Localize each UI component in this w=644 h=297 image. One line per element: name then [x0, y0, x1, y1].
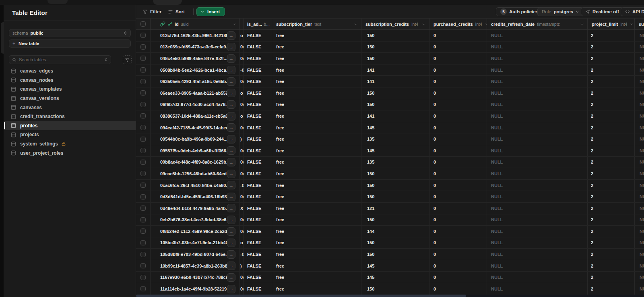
cell-subscription-credits[interactable]: 150	[361, 99, 429, 110]
cell-collapsed-column[interactable]: 0c	[240, 53, 244, 64]
horizontal-scrollbar[interactable]	[136, 295, 644, 297]
cell-project-limit[interactable]: 2	[588, 76, 635, 87]
role-select[interactable]: Role postgres	[537, 7, 584, 16]
expand-row-button[interactable]: →	[227, 181, 235, 189]
cell-credits-refresh-date[interactable]: NULL	[487, 272, 588, 283]
cell-purchased-credits[interactable]: 0	[429, 226, 487, 237]
cell-project-limit[interactable]: 2	[588, 157, 635, 168]
row-select-cell[interactable]	[136, 87, 151, 99]
cell-credits-refresh-date[interactable]: NULL	[487, 237, 588, 249]
cell-project-limit[interactable]: 2	[588, 191, 635, 202]
column-header-cutoff[interactable]: su	[635, 19, 644, 29]
cell-subscription-tier[interactable]: free	[272, 260, 361, 272]
cell-purchased-credits[interactable]: 0	[429, 168, 487, 179]
cell-subscription-credits[interactable]: 150	[361, 168, 429, 179]
select-all-checkbox[interactable]	[140, 21, 146, 27]
cell-project-limit[interactable]: 2	[588, 87, 635, 99]
cell-collapsed-column[interactable]: o	[240, 110, 244, 122]
cell-collapsed-column[interactable]: 0c	[240, 168, 244, 179]
cell-cutoff-column[interactable]: NULL	[635, 76, 644, 87]
cell-project-limit[interactable]: 2	[588, 133, 635, 145]
cell-id[interactable]: 094caf42-7185-4e45-99f3-14abee...→	[151, 122, 240, 133]
cell-is-admin[interactable]: FALSE	[244, 53, 272, 64]
cell-subscription-tier[interactable]: free	[272, 191, 361, 202]
cell-subscription-credits[interactable]: 141	[361, 76, 429, 87]
api-docs-button[interactable]: API Do	[621, 7, 644, 16]
search-tables-input[interactable]	[19, 57, 101, 62]
cell-subscription-credits[interactable]: 145	[361, 122, 429, 133]
cell-subscription-tier[interactable]: free	[272, 214, 361, 226]
cell-cutoff-column[interactable]: NULL	[635, 133, 644, 145]
row-select-cell[interactable]	[136, 272, 151, 283]
cell-subscription-credits[interactable]: 150	[361, 30, 429, 41]
cell-subscription-tier[interactable]: free	[272, 226, 361, 237]
cell-purchased-credits[interactable]: 0	[429, 214, 487, 226]
cell-purchased-credits[interactable]: 0	[429, 260, 487, 272]
cell-purchased-credits[interactable]: 0	[429, 30, 487, 41]
cell-credits-refresh-date[interactable]: NULL	[487, 226, 588, 237]
cell-is-admin[interactable]: FALSE	[244, 99, 272, 110]
row-select-cell[interactable]	[136, 122, 151, 133]
cell-collapsed-column[interactable]: 0c	[240, 272, 244, 283]
row-select-cell[interactable]	[136, 76, 151, 87]
expand-row-button[interactable]: →	[227, 204, 235, 212]
expand-row-button[interactable]: →	[227, 43, 235, 51]
row-select-cell[interactable]	[136, 203, 151, 214]
cell-is-admin[interactable]: FALSE	[244, 260, 272, 272]
cell-cutoff-column[interactable]: NULL	[635, 42, 644, 53]
new-table-button[interactable]: + New table	[9, 39, 131, 48]
cell-is-admin[interactable]: FALSE	[244, 237, 272, 249]
cell-credits-refresh-date[interactable]: NULL	[487, 133, 588, 145]
cell-is-admin[interactable]: FALSE	[244, 42, 272, 53]
cell-project-limit[interactable]: 2	[588, 203, 635, 214]
cell-id[interactable]: 0d3d541d-bf5c-459f-a406-16b93...→	[151, 191, 240, 202]
cell-subscription-credits[interactable]: 145	[361, 260, 429, 272]
cell-project-limit[interactable]: 2	[588, 180, 635, 191]
cell-project-limit[interactable]: 2	[588, 226, 635, 237]
cell-collapsed-column[interactable]: -0	[240, 180, 244, 191]
cell-project-limit[interactable]: 2	[588, 122, 635, 133]
cell-purchased-credits[interactable]: 0	[429, 122, 487, 133]
cell-is-admin[interactable]: FALSE	[244, 180, 272, 191]
expand-row-button[interactable]: →	[227, 66, 235, 74]
cell-id[interactable]: 09b8ae4e-f48c-4f89-8a8c-1629b...→	[151, 157, 240, 168]
expand-row-button[interactable]: →	[227, 89, 235, 97]
cell-collapsed-column[interactable]: )	[240, 133, 244, 145]
cell-project-limit[interactable]: 2	[588, 110, 635, 122]
row-checkbox[interactable]	[140, 194, 146, 199]
cell-purchased-credits[interactable]: 0	[429, 145, 487, 156]
cell-is-admin[interactable]: FALSE	[244, 110, 272, 122]
row-select-cell[interactable]	[136, 226, 151, 237]
cell-purchased-credits[interactable]: 0	[429, 42, 487, 53]
cell-cutoff-column[interactable]: NULL	[635, 110, 644, 122]
realtime-toggle-button[interactable]: Realtime off	[581, 7, 623, 16]
cell-cutoff-column[interactable]: NULL	[635, 145, 644, 156]
cell-is-admin[interactable]: FALSE	[244, 214, 272, 226]
cell-cutoff-column[interactable]: NULL	[635, 53, 644, 64]
cell-id[interactable]: 06eaee33-8905-4aaa-b121-ab552...→	[151, 87, 240, 99]
expand-row-button[interactable]: →	[227, 123, 235, 132]
cell-credits-refresh-date[interactable]: NULL	[487, 122, 588, 133]
expand-row-button[interactable]: →	[227, 54, 235, 63]
cell-cutoff-column[interactable]: NULL	[635, 122, 644, 133]
expand-row-button[interactable]: →	[227, 262, 235, 270]
cell-subscription-tier[interactable]: free	[272, 180, 361, 191]
cell-purchased-credits[interactable]: 0	[429, 87, 487, 99]
row-checkbox[interactable]	[140, 263, 146, 268]
cell-cutoff-column[interactable]: NULL	[635, 87, 644, 99]
cell-credits-refresh-date[interactable]: NULL	[487, 283, 588, 295]
cell-id[interactable]: 0f8b24e2-c1c2-4589-99ce-2c52d...→	[151, 226, 240, 237]
cell-project-limit[interactable]: 2	[588, 283, 635, 295]
sidebar-item-canvas_nodes[interactable]: canvas_nodes	[4, 76, 136, 85]
row-checkbox[interactable]	[140, 125, 146, 130]
cell-purchased-credits[interactable]: 0	[429, 64, 487, 76]
cell-is-admin[interactable]: FALSE	[244, 203, 272, 214]
cell-project-limit[interactable]: 2	[588, 237, 635, 249]
cell-collapsed-column[interactable]: -0	[240, 249, 244, 260]
row-select-cell[interactable]	[136, 145, 151, 156]
sidebar-filter-button[interactable]	[123, 55, 132, 64]
cell-purchased-credits[interactable]: 0	[429, 191, 487, 202]
cell-purchased-credits[interactable]: 0	[429, 133, 487, 145]
cell-id[interactable]: 0eb2b676-38ed-4ea7-9dad-38e6...→	[151, 214, 240, 226]
cell-subscription-tier[interactable]: free	[272, 53, 361, 64]
